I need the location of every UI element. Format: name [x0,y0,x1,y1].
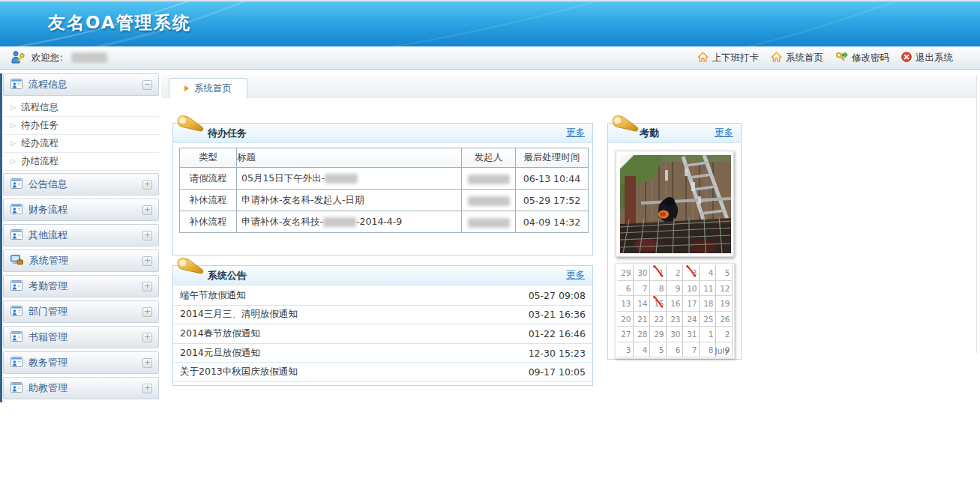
list-item[interactable]: 2014春节放假通知01-22 16:46 [173,324,592,344]
group-expand-plus-icon[interactable]: + [142,282,152,291]
todo-initiator-cell [462,168,516,190]
sidebar-group-label: 考勤管理 [28,279,136,293]
todo-tasks-panel: 待办任务 更多 类型标题发起人最后处理时间 请假流程05月15日下午外出-06-… [172,123,593,255]
group-expand-plus-icon[interactable]: + [142,384,152,393]
sidebar-group-7[interactable]: 书籍管理+ [3,326,159,348]
calendar-day: 2 [667,265,683,281]
todo-column-header: 标题 [237,148,462,168]
todo-title-cell: 申请补休-友名科技--2014-4-9 [237,211,462,233]
topbar-link-home[interactable]: 系统首页 [771,52,823,64]
redacted-text [323,217,356,227]
sidebar-item-0-3[interactable]: ▷办结流程 [3,153,159,171]
redacted-text [468,175,510,184]
announcement-title: 端午节放假通知 [180,289,526,302]
calendar-day: 5 [716,265,733,281]
sidebar-group-6[interactable]: 部门管理+ [3,300,159,323]
todo-time-cell: 04-09 14:32 [516,211,589,233]
tab-label: 系统首页 [194,82,232,95]
attendance-panel-header: 考勤 更多 [608,124,741,143]
user-card-icon [10,204,22,217]
todo-panel-header: 待办任务 更多 [173,124,592,143]
calendar-day: 13 [617,296,634,312]
sidebar-group-label: 教务管理 [28,356,136,369]
list-item[interactable]: 关于2013中秋国庆放假通知09-17 10:05 [173,363,592,382]
todo-time-cell: 06-13 10:44 [516,168,589,190]
user-card-icon [10,306,22,318]
oa-homepage: 友名OA管理系统 欢迎您: 上下班打卡系统首页修改密码退出系统 流程信息−▷流程… [0,0,980,493]
sidebar-group-9[interactable]: 助教管理+ [3,377,159,399]
calendar-day: 19 [716,296,733,312]
calendar-day: 30 [634,265,650,281]
announcements-more-link[interactable]: 更多 [566,269,585,282]
calendar-day: 11 [700,281,716,297]
announcements-panel-title: 系统公告 [208,269,247,282]
todo-type-cell: 请假流程 [180,168,237,190]
group-expand-plus-icon[interactable]: + [142,205,152,215]
sidebar-menu: 流程信息−▷流程信息▷待办任务▷经办流程▷办结流程公告信息+财务流程+其他流程+… [0,73,159,402]
sidebar-group-8[interactable]: 教务管理+ [3,351,159,374]
sidebar-group-4[interactable]: 系统管理+ [3,249,159,272]
calendar-day: 1 [700,327,716,342]
sidebar-item-0-2[interactable]: ▷经办流程 [3,135,159,153]
calendar-day: 17 [683,296,700,312]
attendance-panel-title: 考勤 [640,127,659,140]
calendar-day: 6 [667,342,683,358]
logout-icon [901,52,912,64]
tab-system-home[interactable]: 系统首页 [169,78,247,99]
list-item[interactable]: 2014三月三、清明放假通知03-21 16:36 [173,306,592,325]
topbar-link-password[interactable]: 修改密码 [835,51,889,64]
sidebar-group-0[interactable]: 流程信息− [3,73,159,96]
calendar-day: 14 [634,296,650,312]
attendance-more-link[interactable]: 更多 [715,127,733,139]
sidebar-group-5[interactable]: 考勤管理+ [3,275,159,297]
group-collapse-minus-icon[interactable]: − [142,80,152,90]
attendance-mark-icon [683,264,699,279]
table-row[interactable]: 补休流程申请补休-友名科-发起人-日期05-29 17:52 [180,190,589,211]
group-expand-plus-icon[interactable]: + [142,180,152,190]
todo-column-header: 类型 [180,148,237,168]
topbar-link-clock-in[interactable]: 上下班打卡 [697,52,760,64]
announcements-panel-header: 系统公告 更多 [173,266,592,285]
item-arrow-icon: ▷ [10,140,16,147]
user-card-icon [10,229,22,242]
calendar-day: 27 [617,327,634,342]
tab-bar: 系统首页 [161,75,977,98]
sidebar-group-1[interactable]: 公告信息+ [3,173,159,196]
todo-more-link[interactable]: 更多 [566,127,585,139]
calendar-day: 24 [683,312,700,327]
attendance-panel: 考勤 更多 [607,123,742,360]
calendar-day: 4 [700,265,716,281]
calendar-day: 26 [716,312,733,327]
group-expand-plus-icon[interactable]: + [142,307,152,317]
sidebar-item-label: 待办任务 [21,119,58,132]
calendar-day: 3 [617,342,634,358]
group-expand-plus-icon[interactable]: + [142,333,152,342]
calendar-day: 28 [634,327,650,342]
table-row[interactable]: 请假流程05月15日下午外出-06-13 10:44 [180,168,589,190]
topbar-link-label: 系统首页 [786,52,823,64]
calendar-day: 3 [683,265,700,281]
item-arrow-icon: ▷ [10,122,16,129]
calendar-day: 12 [716,281,733,297]
user-key-icon [10,50,26,66]
sidebar-group-label: 助教管理 [28,381,136,395]
calendar-day: 6 [617,281,634,297]
group-expand-plus-icon[interactable]: + [142,256,152,266]
table-row[interactable]: 补休流程申请补休-友名科技--2014-4-904-09 14:32 [180,211,589,233]
topbar-link-logout[interactable]: 退出系统 [901,52,953,64]
group-expand-plus-icon[interactable]: + [142,358,152,368]
calendar-day: 25 [700,312,716,327]
announcement-time: 05-27 09:08 [526,290,586,301]
sidebar-item-0-1[interactable]: ▷待办任务 [3,117,159,135]
sidebar-group-2[interactable]: 财务流程+ [3,199,159,221]
list-item[interactable]: 端午节放假通知05-27 09:08 [173,286,592,306]
horn-icon [175,114,205,139]
sidebar-group-3[interactable]: 其他流程+ [3,224,159,246]
announcement-time: 01-22 16:46 [526,328,586,339]
sidebar-group-label: 书籍管理 [28,330,136,344]
group-expand-plus-icon[interactable]: + [142,231,152,241]
list-item[interactable]: 2014元旦放假通知12-30 15:23 [173,344,592,363]
item-arrow-icon: ▷ [10,104,16,111]
announcement-title: 2014三月三、清明放假通知 [180,308,526,321]
sidebar-item-0-0[interactable]: ▷流程信息 [3,99,159,117]
